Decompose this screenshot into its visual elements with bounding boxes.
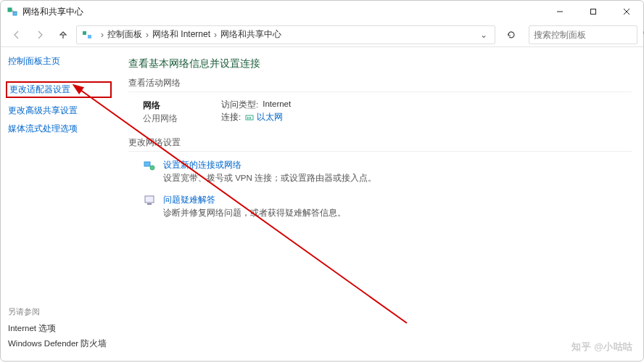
svg-rect-17 xyxy=(145,196,154,203)
svg-rect-4 xyxy=(591,9,596,15)
minimize-button[interactable] xyxy=(543,1,577,23)
troubleshoot-desc: 诊断并修复网络问题，或者获得疑难解答信息。 xyxy=(163,208,346,219)
svg-rect-14 xyxy=(250,117,251,119)
troubleshoot-link[interactable]: 问题疑难解答 xyxy=(163,195,215,205)
chevron-right-icon: › xyxy=(214,30,217,40)
network-type: 公用网络 xyxy=(143,113,178,124)
maximize-button[interactable] xyxy=(577,1,610,23)
nav-up-button[interactable] xyxy=(53,25,73,45)
network-icon xyxy=(7,6,18,17)
refresh-button[interactable] xyxy=(501,25,521,45)
chevron-down-icon[interactable]: ⌄ xyxy=(477,30,490,40)
page-heading: 查看基本网络信息并设置连接 xyxy=(128,57,632,70)
network-icon xyxy=(81,29,93,41)
sidebar-item-media-streaming[interactable]: 媒体流式处理选项 xyxy=(8,123,110,134)
breadcrumb-item[interactable]: 网络和 Internet xyxy=(152,28,210,41)
svg-rect-15 xyxy=(144,162,150,166)
breadcrumb[interactable]: › 控制面板 › 网络和 Internet › 网络和共享中心 ⌄ xyxy=(76,25,495,44)
svg-rect-18 xyxy=(147,203,152,205)
breadcrumb-item[interactable]: 网络和共享中心 xyxy=(220,28,281,41)
network-name: 网络 xyxy=(143,100,160,110)
access-type-value: Internet xyxy=(263,99,291,110)
close-button[interactable] xyxy=(610,1,643,23)
access-type-label: 访问类型: xyxy=(221,99,258,110)
svg-rect-7 xyxy=(83,31,86,35)
nav-back-button[interactable] xyxy=(7,25,27,45)
setup-connection-icon xyxy=(143,159,156,172)
nav-forward-button[interactable] xyxy=(30,25,50,45)
sidebar-item-adapter-settings[interactable]: 更改适配器设置 xyxy=(6,81,112,98)
search-input[interactable] xyxy=(534,30,643,40)
search-input-wrap[interactable] xyxy=(529,25,637,44)
chevron-right-icon: › xyxy=(101,30,104,40)
sidebar-bottom-internet-options[interactable]: Internet 选项 xyxy=(8,323,107,334)
sidebar-item-advanced-sharing[interactable]: 更改高级共享设置 xyxy=(8,105,110,116)
svg-rect-12 xyxy=(247,117,248,119)
svg-rect-13 xyxy=(249,117,249,119)
setup-connection-desc: 设置宽带、拨号或 VPN 连接；或设置路由器或接入点。 xyxy=(163,173,376,184)
window-title: 网络和共享中心 xyxy=(22,6,83,18)
connection-link[interactable]: 以太网 xyxy=(245,112,283,123)
svg-rect-0 xyxy=(8,8,12,12)
breadcrumb-item[interactable]: 控制面板 xyxy=(107,28,142,41)
chevron-right-icon: › xyxy=(146,30,149,40)
setup-connection-link[interactable]: 设置新的连接或网络 xyxy=(163,160,242,170)
connection-value: 以太网 xyxy=(257,112,283,123)
connection-label: 连接: xyxy=(221,112,241,123)
section-change-settings: 更改网络设置 xyxy=(128,137,632,152)
ethernet-icon xyxy=(245,113,254,122)
section-active-networks: 查看活动网络 xyxy=(128,78,632,92)
troubleshoot-icon xyxy=(143,194,156,207)
sidebar-seealso-label: 另请参阅 xyxy=(8,306,107,317)
svg-rect-8 xyxy=(88,35,91,38)
svg-point-16 xyxy=(150,166,154,170)
sidebar-home-link[interactable]: 控制面板主页 xyxy=(8,56,110,67)
sidebar-bottom-firewall[interactable]: Windows Defender 防火墙 xyxy=(8,338,107,349)
